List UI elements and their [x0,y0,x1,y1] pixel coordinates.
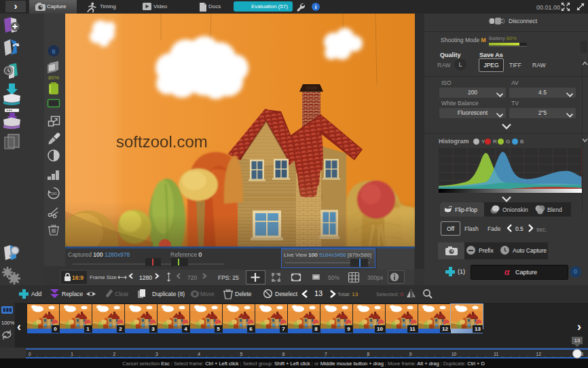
svg-text:0: 0 [29,352,31,356]
svg-text:2: 2 [113,352,116,356]
svg-text:10: 10 [452,352,457,356]
svg-text:80%: 80% [48,75,59,81]
svg-text:8: 8 [367,352,369,356]
svg-text:9: 9 [409,352,412,356]
svg-text:1: 1 [71,352,73,356]
svg-text:softzool.com: softzool.com [116,132,208,151]
svg-text:6: 6 [282,352,285,356]
svg-text:8: 8 [52,48,55,55]
svg-text:3: 3 [155,352,158,356]
svg-text:5: 5 [240,352,243,356]
svg-text:180: 180 [51,191,57,196]
svg-text:11: 11 [494,352,498,356]
svg-text:12: 12 [536,352,542,356]
svg-text:4: 4 [198,352,200,356]
svg-text:7: 7 [325,352,327,356]
